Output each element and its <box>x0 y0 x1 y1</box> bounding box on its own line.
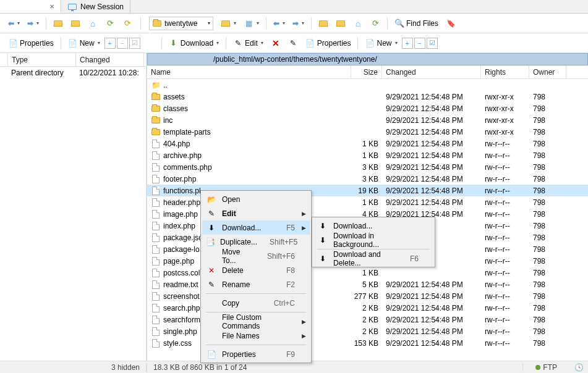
session-tab-current[interactable]: ✕ <box>0 0 61 13</box>
cell-owner: 798 <box>529 339 566 348</box>
table-row[interactable]: comments.php3 KB9/29/2021 12:54:48 PMrw-… <box>147 161 588 173</box>
col-rights[interactable]: Rights <box>481 65 529 78</box>
file-icon <box>151 327 161 337</box>
remote-parent-button[interactable] <box>315 16 331 31</box>
table-row[interactable]: classes9/29/2021 12:54:48 PMrwxr-xr-x798 <box>147 103 588 114</box>
parent-dir-row[interactable]: 📁.. <box>147 79 588 91</box>
close-icon[interactable]: ✕ <box>49 3 54 10</box>
local-list-body[interactable]: Parent directory 10/22/2021 10:28: <box>0 67 146 361</box>
menu-rename[interactable]: ✎RenameF2 <box>202 277 310 291</box>
parent-folder-button[interactable] <box>50 16 66 31</box>
cell-rights: rw-r--r-- <box>481 222 529 230</box>
file-icon <box>151 151 161 161</box>
root-folder-button[interactable] <box>67 16 83 31</box>
new-session-tab[interactable]: New Session <box>61 0 130 13</box>
cell-size: 5 KB <box>351 280 382 289</box>
table-row[interactable]: 404.php1 KB9/29/2021 12:54:48 PMrw-r--r-… <box>147 138 588 149</box>
remote-folder-input[interactable] <box>164 19 204 28</box>
remote-refresh-button[interactable]: ⟳ <box>367 16 383 31</box>
remote-root-button[interactable] <box>333 16 349 31</box>
cell-changed: 9/29/2021 12:54:48 PM <box>382 280 481 289</box>
pencil-icon: ✎ <box>206 209 217 218</box>
remote-plus-button[interactable]: + <box>402 38 413 49</box>
local-properties-button[interactable]: 📄Properties <box>5 36 57 51</box>
status-protocol: FTP <box>522 363 569 372</box>
col-local-changed[interactable]: Changed <box>76 53 144 66</box>
cell-changed: 9/29/2021 12:54:48 PM <box>382 140 481 148</box>
cell-owner: 798 <box>529 210 566 219</box>
download-submenu: ⬇Download... ⬇Download in Background... … <box>312 217 435 267</box>
folder-icon <box>151 127 161 137</box>
table-row[interactable]: archive.php1 KB9/29/2021 12:54:48 PMrw-r… <box>147 149 588 161</box>
remote-arrow-right-button[interactable]: ➡▾ <box>289 16 307 31</box>
menu-custom-commands[interactable]: File Custom Commands▶ <box>202 314 310 329</box>
table-row[interactable]: footer.php3 KB9/29/2021 12:54:48 PMrw-r-… <box>147 173 588 185</box>
submenu-download-background[interactable]: ⬇Download in Background... <box>313 233 433 247</box>
status-clock-icon[interactable]: 🕓 <box>569 363 588 372</box>
menu-open[interactable]: 📂Open <box>202 192 310 206</box>
chevron-right-icon: ▶ <box>302 211 306 217</box>
rename-tool-button[interactable]: ✎ <box>285 36 301 51</box>
remote-arrow-left-button[interactable]: ⬅▾ <box>270 16 288 31</box>
download-button[interactable]: ⬇Download▾ <box>166 36 222 51</box>
col-size[interactable]: Size <box>351 65 382 78</box>
col-local-type[interactable]: Type <box>8 53 76 66</box>
remote-home-button[interactable]: ⌂ <box>350 16 366 31</box>
cell-size: 153 KB <box>351 339 382 348</box>
cell-changed: 9/29/2021 12:54:48 PM <box>382 116 481 125</box>
menu-copy[interactable]: CopyCtrl+C <box>202 296 310 310</box>
col-changed[interactable]: Changed <box>382 65 481 78</box>
menu-properties[interactable]: 📄PropertiesF9 <box>202 347 310 361</box>
properties-label-2: Properties <box>317 39 351 48</box>
local-plus-button[interactable]: + <box>104 38 116 49</box>
menu-duplicate[interactable]: 📑Duplicate...Shift+F5 <box>202 235 310 249</box>
parent-dir-label: .. <box>163 81 168 90</box>
cell-owner: 798 <box>529 269 566 277</box>
cell-owner: 798 <box>529 104 566 113</box>
table-row[interactable]: template-parts9/29/2021 12:54:48 PMrwxr-… <box>147 126 588 138</box>
local-new-button[interactable]: 📄New▾ <box>65 36 103 51</box>
status-selection: 18.3 KB of 860 KB in 1 of 24 <box>147 363 522 372</box>
remote-path-bar[interactable]: /public_html/wp-content/themes/twentytwe… <box>147 53 588 65</box>
cell-size: 1 KB <box>351 151 382 160</box>
col-owner[interactable]: Owner <box>529 65 566 78</box>
arrow-right-button[interactable]: ➡▾ <box>24 16 42 31</box>
file-icon <box>151 256 161 266</box>
properties-icon: 📄 <box>206 350 217 359</box>
arrow-left-button[interactable]: ⬅▾ <box>5 16 23 31</box>
local-check-button[interactable]: ☑ <box>129 38 140 49</box>
remote-properties-button[interactable]: 📄Properties <box>302 36 354 51</box>
monitor-icon <box>67 2 77 12</box>
menu-move-to[interactable]: Move To...Shift+F6 <box>202 249 310 263</box>
home-button[interactable]: ⌂ <box>85 16 101 31</box>
remote-minus-button[interactable]: − <box>414 38 425 49</box>
col-local-name[interactable] <box>0 53 8 66</box>
cell-rights: rwxr-xr-x <box>481 116 529 125</box>
refresh-button[interactable]: ⟳ <box>102 16 118 31</box>
menu-edit[interactable]: ✎Edit▶ <box>202 206 310 220</box>
remote-new-button[interactable]: 📄New▾ <box>362 36 400 51</box>
menu-file-names[interactable]: File Names▶ <box>202 329 310 343</box>
table-row[interactable]: inc9/29/2021 12:54:48 PMrwxr-xr-x798 <box>147 114 588 126</box>
col-name[interactable]: Name <box>147 65 351 78</box>
session-tabs: ✕ New Session <box>0 0 588 14</box>
remote-folder-combo[interactable]: ▾ <box>146 16 216 31</box>
remote-check-button[interactable]: ☑ <box>427 38 438 49</box>
find-files-button[interactable]: 🔍Find Files <box>391 16 441 31</box>
menu-download[interactable]: ⬇Download...F5▶ <box>202 220 310 235</box>
sync-button[interactable]: ⟳ <box>119 16 135 31</box>
bookmark-button[interactable]: 🔖 <box>443 16 459 31</box>
file-icon <box>151 315 161 325</box>
remote-open-button[interactable]: ▾ <box>218 16 239 31</box>
find-files-label: Find Files <box>406 19 438 28</box>
list-item[interactable]: Parent directory 10/22/2021 10:28: <box>0 67 146 78</box>
edit-button[interactable]: ✎Edit▾ <box>230 36 266 51</box>
delete-button[interactable]: ✕ <box>268 36 284 51</box>
menu-delete[interactable]: ✕DeleteF8 <box>202 263 310 277</box>
submenu-download-delete[interactable]: ⬇Download and Delete...F6 <box>313 251 433 266</box>
download-label: Download <box>181 39 213 48</box>
remote-filter-button[interactable]: ▦▾ <box>241 16 262 31</box>
table-row[interactable]: assets9/29/2021 12:54:48 PMrwxr-xr-x798 <box>147 91 588 103</box>
cell-name: classes <box>147 104 351 114</box>
local-minus-button[interactable]: − <box>117 38 128 49</box>
